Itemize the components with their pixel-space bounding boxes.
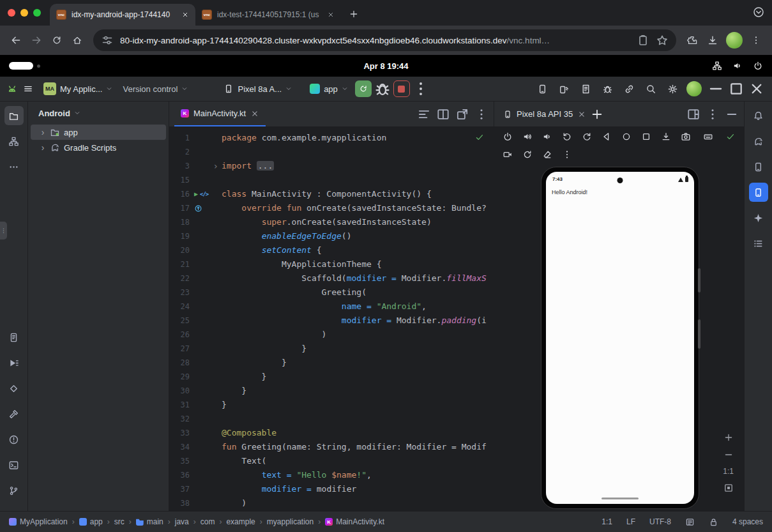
screen-record-icon[interactable] — [501, 148, 515, 162]
run-config-selector[interactable]: app — [310, 84, 348, 94]
more-device-actions-icon[interactable] — [560, 148, 574, 162]
add-device-icon[interactable] — [590, 107, 604, 121]
tool-window-drag-handle[interactable]: ⋮ — [0, 222, 7, 239]
inspections-ok-icon[interactable] — [474, 132, 485, 142]
breadcrumb-item[interactable]: MyApplication — [9, 517, 68, 526]
project-tree-item-app[interactable]: › app — [31, 125, 166, 140]
screen-reader-icon[interactable] — [685, 517, 695, 527]
breadcrumb-item[interactable]: KMainActivity.kt — [325, 517, 384, 526]
volume-up-icon[interactable] — [520, 130, 534, 144]
zoom-level-label[interactable]: 1:1 — [723, 467, 734, 476]
project-selector[interactable]: MA My Applic... — [43, 82, 112, 95]
device-status-ok-icon[interactable] — [723, 130, 738, 144]
caret-position[interactable]: 1:1 — [602, 517, 612, 526]
notifications-icon[interactable] — [749, 106, 768, 125]
emulator-screen[interactable]: 7:43 Hello Android! — [546, 172, 694, 504]
bug-report-icon[interactable] — [598, 80, 616, 98]
ide-minimize-icon[interactable] — [707, 80, 725, 98]
power-icon[interactable] — [501, 130, 515, 144]
profiler-bug-icon[interactable] — [374, 80, 391, 98]
extensions-icon[interactable] — [683, 31, 702, 50]
highlighting-level-icon[interactable] — [417, 107, 431, 121]
home-icon[interactable] — [619, 130, 633, 144]
main-menu-icon[interactable] — [23, 84, 33, 94]
tab-close-icon[interactable] — [326, 10, 336, 20]
device-manager-icon[interactable] — [533, 80, 551, 98]
reload-icon[interactable] — [47, 31, 66, 50]
breadcrumb-item[interactable]: src — [114, 517, 125, 526]
logcat-icon[interactable] — [4, 328, 24, 347]
close-device-tab-icon[interactable] — [577, 110, 586, 119]
browser-menu-icon[interactable] — [746, 31, 766, 50]
run-icon[interactable] — [4, 353, 24, 372]
editor-tab-mainactivity[interactable]: K MainActivity.kt — [174, 102, 266, 126]
network-icon[interactable] — [712, 61, 722, 71]
file-encoding[interactable]: UTF-8 — [649, 517, 671, 526]
close-window-button[interactable] — [8, 9, 15, 17]
device-reset-icon[interactable] — [520, 148, 534, 162]
running-devices-icon[interactable] — [749, 183, 768, 202]
more-run-actions-icon[interactable] — [412, 80, 430, 98]
volume-down-icon[interactable] — [540, 130, 554, 144]
project-view-selector[interactable]: Android — [28, 102, 169, 125]
zoom-fit-icon[interactable] — [723, 483, 734, 493]
problems-icon[interactable] — [4, 430, 24, 449]
rerun-button[interactable] — [355, 80, 372, 97]
rotate-right-icon[interactable] — [580, 130, 594, 144]
hardware-input-icon[interactable] — [701, 130, 715, 144]
overview-icon[interactable] — [639, 130, 653, 144]
open-in-window-icon[interactable] — [455, 107, 469, 121]
screenshot-icon[interactable] — [679, 130, 693, 144]
line-separator[interactable]: LF — [626, 517, 635, 526]
chevron-right-icon[interactable]: › — [40, 127, 46, 137]
search-everywhere-icon[interactable] — [642, 80, 660, 98]
close-tab-icon[interactable] — [250, 109, 259, 118]
version-control-icon[interactable] — [4, 481, 24, 500]
panel-options-icon[interactable] — [706, 107, 720, 121]
device-tab-pixel[interactable]: Pixel 8a API 35 — [499, 102, 590, 126]
rotate-left-icon[interactable] — [560, 130, 574, 144]
ide-maximize-icon[interactable] — [727, 80, 745, 98]
site-settings-icon[interactable] — [101, 34, 114, 47]
terminal-icon[interactable] — [4, 455, 24, 475]
browser-tab-inactive[interactable]: vnc idx-test-1744140517915:1 (us — [195, 4, 341, 26]
breadcrumb-item[interactable]: java — [175, 517, 189, 526]
back-icon[interactable] — [600, 130, 614, 144]
build-icon[interactable] — [4, 404, 24, 423]
gemini-icon[interactable] — [749, 208, 768, 227]
breadcrumb-item[interactable]: myapplication — [267, 517, 314, 526]
bookmark-star-icon[interactable] — [656, 34, 669, 47]
chevron-right-icon[interactable]: › — [40, 142, 46, 153]
app-quality-insights-icon[interactable] — [4, 379, 24, 398]
compose-preview-gutter-icon[interactable]: </> — [200, 187, 208, 201]
power-icon[interactable] — [753, 61, 763, 71]
resource-manager-icon[interactable] — [4, 132, 24, 151]
zoom-window-button[interactable] — [33, 9, 41, 17]
tab-close-icon[interactable] — [180, 10, 190, 20]
zoom-out-icon[interactable] — [723, 450, 734, 460]
zoom-in-icon[interactable] — [723, 432, 734, 443]
pair-devices-icon[interactable] — [555, 80, 573, 98]
minimize-window-button[interactable] — [20, 9, 28, 17]
breadcrumb-item[interactable]: com — [201, 517, 215, 526]
back-icon[interactable] — [6, 31, 26, 50]
logcat-icon[interactable] — [577, 80, 594, 98]
ide-close-icon[interactable] — [748, 80, 766, 98]
split-editor-icon[interactable] — [436, 107, 450, 121]
editor-options-icon[interactable] — [474, 107, 488, 121]
structure-icon[interactable] — [749, 234, 768, 253]
more-tool-windows-icon[interactable] — [4, 157, 24, 176]
new-tab-button[interactable] — [345, 5, 363, 23]
volume-icon[interactable] — [732, 61, 743, 71]
tab-search-icon[interactable] — [753, 6, 766, 19]
forward-icon[interactable] — [27, 31, 46, 50]
address-bar[interactable]: 80-idx-my-android-app-1744140290428.clus… — [93, 29, 676, 51]
device-selector[interactable]: Pixel 8a A... — [223, 84, 292, 94]
project-icon[interactable] — [4, 106, 24, 125]
breadcrumb-item[interactable]: main — [136, 517, 163, 526]
attach-debugger-icon[interactable] — [620, 80, 638, 98]
profile-avatar[interactable] — [726, 32, 743, 49]
settings-icon[interactable] — [663, 80, 681, 98]
override-gutter-icon[interactable] — [194, 204, 202, 213]
ide-profile-avatar[interactable] — [686, 81, 702, 96]
